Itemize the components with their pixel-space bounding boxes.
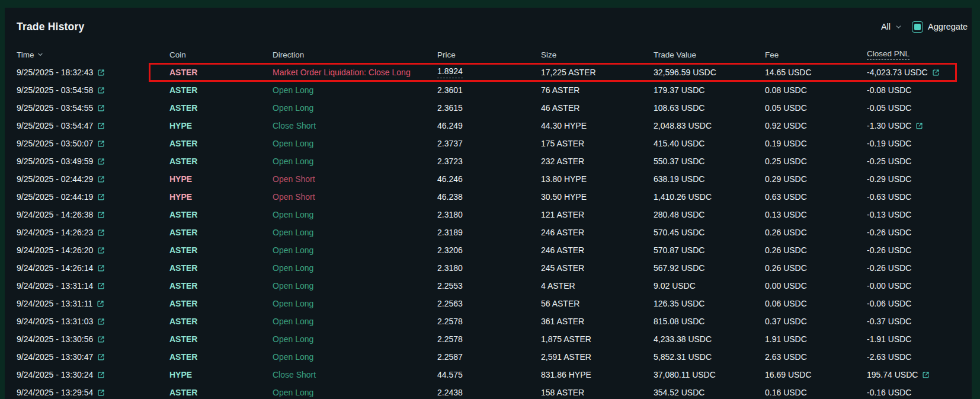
trade-value: 415.40 USDC — [654, 139, 765, 148]
trade-size: 56 ASTER — [541, 299, 654, 308]
trade-time: 9/24/2025 - 13:30:24 — [17, 370, 169, 379]
trade-direction: Open Long — [273, 210, 437, 219]
trade-closed-pnl: -0.19 USDC — [867, 139, 972, 148]
trade-time: 9/24/2025 - 13:31:11 — [17, 299, 169, 308]
trade-value: 550.37 USDC — [654, 157, 765, 166]
external-link-icon[interactable] — [97, 371, 105, 379]
external-link-icon[interactable] — [97, 158, 105, 165]
external-link-icon[interactable] — [97, 282, 105, 290]
coin-filter-value: All — [881, 22, 891, 31]
table-row: 9/24/2025 - 13:31:03 ASTER Open Long 2.2… — [17, 312, 972, 330]
external-link-icon[interactable] — [915, 122, 923, 130]
external-link-icon[interactable] — [97, 122, 105, 130]
trade-fee: 0.19 USDC — [765, 139, 867, 148]
trade-value: 179.37 USDC — [654, 85, 765, 95]
trade-price: 2.3189 — [437, 228, 541, 237]
external-link-icon[interactable] — [97, 229, 105, 237]
external-link-icon[interactable] — [97, 300, 104, 308]
trade-direction: Open Long — [273, 352, 437, 362]
trade-size: 232 ASTER — [541, 157, 654, 166]
trade-closed-pnl: 195.74 USDC — [867, 370, 972, 379]
trade-time: 9/24/2025 - 13:31:14 — [17, 281, 169, 291]
trade-coin: ASTER — [169, 263, 273, 273]
trade-price: 2.3180 — [437, 210, 541, 219]
trade-coin: ASTER — [169, 388, 273, 397]
external-link-icon[interactable] — [97, 140, 105, 148]
external-link-icon[interactable] — [97, 193, 105, 201]
trade-price: 2.3206 — [437, 245, 541, 255]
trade-coin: ASTER — [169, 299, 273, 308]
external-link-icon[interactable] — [97, 318, 105, 325]
trade-price: 2.2563 — [437, 299, 541, 308]
table-row: 9/25/2025 - 03:54:47 HYPE Close Short 46… — [17, 117, 972, 135]
trade-time: 9/25/2025 - 18:32:43 — [17, 68, 169, 77]
column-header-coin: Coin — [169, 50, 273, 59]
column-header-direction: Direction — [273, 50, 437, 59]
trade-time: 9/25/2025 - 02:44:19 — [17, 192, 169, 202]
trade-size: 4 ASTER — [541, 281, 654, 291]
trade-direction: Open Long — [273, 228, 437, 237]
aggregate-toggle[interactable]: Aggregate — [912, 21, 968, 33]
trade-value: 37,080.11 USDC — [654, 370, 765, 379]
trade-value: 815.08 USDC — [654, 317, 765, 326]
trade-fee: 0.26 USDC — [765, 228, 867, 237]
external-link-icon[interactable] — [922, 371, 930, 379]
external-link-icon[interactable] — [97, 389, 105, 397]
trade-value: 280.48 USDC — [654, 210, 765, 219]
external-link-icon[interactable] — [97, 104, 105, 112]
chevron-down-icon — [895, 23, 902, 31]
trade-price: 2.3737 — [437, 139, 541, 148]
trade-value: 1,410.26 USDC — [654, 192, 765, 202]
external-link-icon[interactable] — [97, 211, 105, 219]
table-row: 9/24/2025 - 14:26:20 ASTER Open Long 2.3… — [17, 241, 972, 259]
external-link-icon[interactable] — [97, 353, 105, 361]
trade-closed-pnl: -0.26 USDC — [867, 263, 972, 273]
aggregate-checkbox[interactable] — [912, 21, 923, 33]
coin-filter-dropdown[interactable]: All — [881, 22, 902, 31]
external-link-icon[interactable] — [97, 247, 105, 254]
trade-price: 2.2438 — [437, 388, 541, 397]
trade-coin: ASTER — [169, 85, 273, 95]
trade-time: 9/24/2025 - 14:26:23 — [17, 228, 169, 237]
trade-fee: 0.16 USDC — [765, 388, 867, 397]
trade-coin: ASTER — [169, 68, 273, 77]
external-link-icon[interactable] — [97, 336, 105, 343]
trade-size: 30.50 HYPE — [541, 192, 654, 202]
external-link-icon[interactable] — [97, 69, 105, 76]
trade-time: 9/24/2025 - 14:26:20 — [17, 245, 169, 255]
trade-fee: 0.26 USDC — [765, 245, 867, 255]
panel-controls: All Aggregate — [881, 21, 968, 33]
external-link-icon[interactable] — [97, 264, 105, 272]
trade-price: 2.2553 — [437, 281, 541, 291]
trade-time: 9/25/2025 - 02:44:29 — [17, 174, 169, 184]
trade-time: 9/25/2025 - 03:49:59 — [17, 157, 169, 166]
trade-direction: Open Long — [273, 157, 437, 166]
trade-closed-pnl: -0.63 USDC — [867, 192, 972, 202]
trade-direction: Close Short — [273, 370, 437, 379]
table-row: 9/24/2025 - 14:26:23 ASTER Open Long 2.3… — [17, 224, 972, 241]
trade-closed-pnl: -0.13 USDC — [867, 210, 972, 219]
table-row: 9/25/2025 - 03:54:55 ASTER Open Long 2.3… — [17, 99, 972, 117]
external-link-icon[interactable] — [97, 175, 105, 183]
trade-fee: 0.00 USDC — [765, 281, 867, 291]
table-row: 9/24/2025 - 14:26:38 ASTER Open Long 2.3… — [17, 206, 972, 224]
trade-price: 46.246 — [437, 174, 541, 184]
trade-size: 46 ASTER — [541, 103, 654, 113]
trade-price: 2.2578 — [437, 334, 541, 344]
trade-fee: 0.05 USDC — [765, 103, 867, 113]
trade-value: 4,233.38 USDC — [654, 334, 765, 344]
column-header-closed-pnl[interactable]: Closed PNL — [867, 49, 972, 60]
trade-size: 831.86 HYPE — [541, 370, 654, 379]
column-header-time[interactable]: Time — [17, 50, 169, 59]
trade-direction: Open Long — [273, 103, 437, 113]
trade-closed-pnl: -0.08 USDC — [867, 85, 972, 95]
external-link-icon[interactable] — [97, 87, 105, 94]
trade-direction: Open Short — [273, 174, 437, 184]
trade-closed-pnl: -0.29 USDC — [867, 174, 972, 184]
external-link-icon[interactable] — [932, 69, 940, 76]
trade-value: 570.87 USDC — [654, 245, 765, 255]
trade-price: 2.3180 — [437, 263, 541, 273]
trade-direction: Open Long — [273, 317, 437, 326]
trade-time: 9/25/2025 - 03:54:47 — [17, 121, 169, 130]
trade-closed-pnl: -0.37 USDC — [867, 317, 972, 326]
